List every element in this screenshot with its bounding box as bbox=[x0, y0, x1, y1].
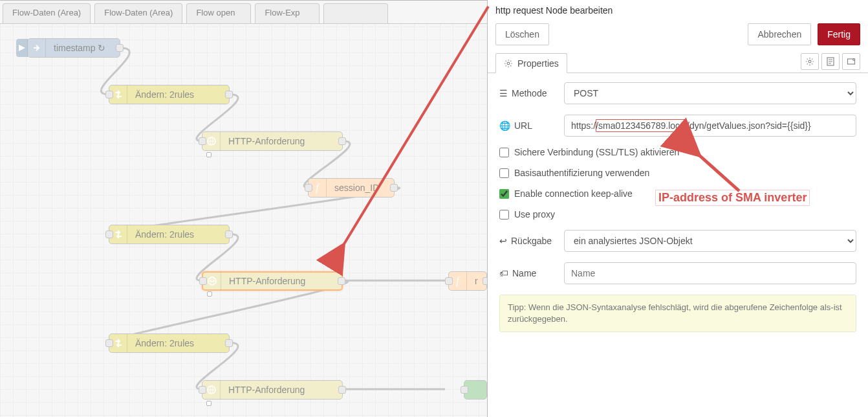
node-label: Ändern: 2rules bbox=[127, 229, 202, 240]
bars-icon: ☰ bbox=[499, 88, 508, 98]
flow-workspace[interactable]: Flow-Daten (Area) Flow-Daten (Area) Flow… bbox=[0, 0, 487, 417]
flow-tabbar: Flow-Daten (Area) Flow-Daten (Area) Flow… bbox=[0, 1, 487, 24]
node-label: HTTP-Anforderung bbox=[221, 385, 312, 395]
ssl-label: Sichere Verbindung (SSL/TLS) aktivieren bbox=[514, 147, 679, 157]
svg-point-4 bbox=[808, 60, 811, 63]
keepalive-label: Enable connection keep-alive bbox=[514, 188, 633, 199]
proxy-checkbox[interactable] bbox=[499, 210, 509, 220]
tag-icon: 🏷 bbox=[499, 268, 508, 278]
function-node[interactable] bbox=[464, 380, 487, 400]
arrow-right-icon bbox=[28, 39, 46, 57]
basicauth-label: Basisauthentifizierung verwenden bbox=[514, 168, 649, 178]
inject-node[interactable]: timestamp ↻ bbox=[27, 38, 120, 58]
node-label: session_ID bbox=[327, 183, 387, 193]
delete-button[interactable]: Löschen bbox=[495, 23, 549, 45]
node-label: Ändern: 2rules bbox=[127, 89, 202, 100]
return-label: ↩Rückgabe bbox=[499, 236, 564, 246]
done-button[interactable]: Fertig bbox=[818, 23, 860, 45]
flow-tab[interactable]: Flow open bbox=[186, 3, 251, 23]
hint-text: Tipp: Wenn die JSON-Syntaxanalyse fehlsc… bbox=[499, 295, 856, 332]
flow-tab[interactable]: Flow-Daten (Area) bbox=[94, 3, 182, 23]
appearance-button[interactable] bbox=[842, 53, 860, 70]
name-input[interactable] bbox=[564, 262, 856, 284]
return-select[interactable]: ein analysiertes JSON-Objekt bbox=[564, 230, 856, 252]
function-node[interactable]: f r bbox=[448, 271, 487, 291]
svg-point-7 bbox=[853, 59, 855, 61]
gear-icon bbox=[504, 59, 513, 68]
globe-icon: 🌐 bbox=[499, 120, 510, 131]
flow-tab[interactable] bbox=[323, 3, 388, 23]
keepalive-checkbox[interactable] bbox=[499, 189, 509, 199]
tab-label: Properties bbox=[517, 58, 559, 69]
flow-canvas[interactable]: timestamp ↻ Ändern: 2rules HTTP-Anforder… bbox=[0, 24, 487, 417]
http-request-node[interactable]: HTTP-Anforderung bbox=[202, 131, 343, 151]
url-label: 🌐URL bbox=[499, 120, 564, 131]
node-label: timestamp ↻ bbox=[46, 43, 113, 53]
arrow-left-icon: ↩ bbox=[499, 236, 507, 246]
inject-trigger-button[interactable] bbox=[16, 39, 28, 57]
basicauth-checkbox[interactable] bbox=[499, 168, 509, 178]
method-label: ☰Methode bbox=[499, 88, 564, 98]
change-node[interactable]: Ändern: 2rules bbox=[109, 333, 230, 353]
ssl-checkbox[interactable] bbox=[499, 148, 509, 157]
panel-title: http request Node bearbeiten bbox=[488, 0, 868, 18]
node-label: HTTP-Anforderung bbox=[221, 136, 312, 146]
edit-panel: http request Node bearbeiten Löschen Abb… bbox=[487, 0, 868, 417]
flow-tab[interactable]: Flow-Daten (Area) bbox=[3, 3, 91, 23]
change-node[interactable]: Ändern: 2rules bbox=[109, 225, 230, 244]
method-select[interactable]: POST bbox=[564, 82, 856, 104]
http-request-node[interactable]: HTTP-Anforderung bbox=[202, 380, 343, 400]
flow-tab[interactable]: Flow-Exp bbox=[255, 3, 320, 23]
svg-point-3 bbox=[507, 62, 510, 65]
svg-rect-6 bbox=[848, 59, 855, 64]
http-request-node-selected[interactable]: HTTP-Anforderung bbox=[202, 271, 343, 291]
docs-button[interactable] bbox=[821, 53, 840, 70]
function-node[interactable]: f session_ID bbox=[308, 178, 395, 197]
settings-button[interactable] bbox=[801, 53, 819, 70]
node-label: Ändern: 2rules bbox=[127, 338, 202, 348]
url-input[interactable] bbox=[564, 115, 856, 137]
tab-properties[interactable]: Properties bbox=[495, 53, 567, 73]
proxy-label: Use proxy bbox=[514, 209, 555, 220]
change-node[interactable]: Ändern: 2rules bbox=[109, 85, 230, 104]
cancel-button[interactable]: Abbrechen bbox=[748, 23, 811, 45]
name-label: 🏷Name bbox=[499, 268, 564, 278]
node-label: HTTP-Anforderung bbox=[221, 276, 313, 286]
